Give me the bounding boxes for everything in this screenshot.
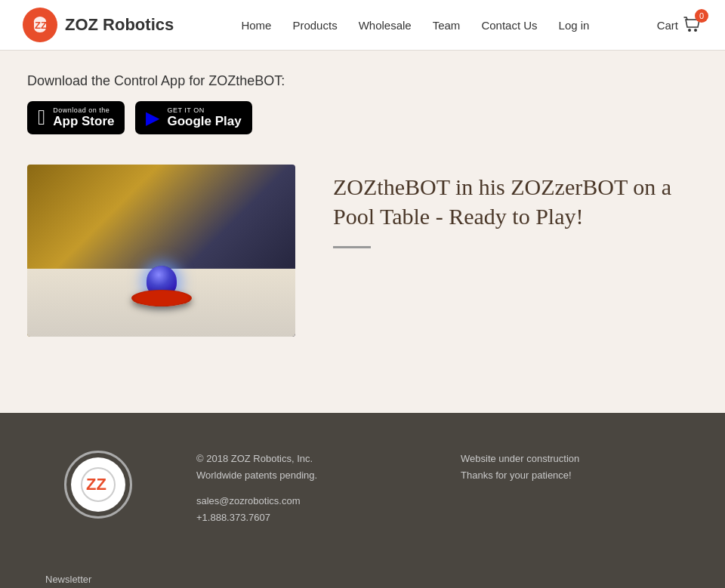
hero-divider <box>333 246 371 248</box>
logo-area[interactable]: ZZ ZOZ Robotics <box>23 8 174 42</box>
main-content: Download the Control App for ZOZtheBOT: … <box>0 51 725 413</box>
nav-team[interactable]: Team <box>433 19 461 32</box>
svg-text:ZZ: ZZ <box>86 475 106 494</box>
footer-thanks: Thanks for your patience! <box>461 467 680 484</box>
apple-icon:  <box>38 107 45 128</box>
logo-icon: ZZ <box>23 8 57 42</box>
footer-phone: +1.888.373.7607 <box>196 509 415 526</box>
footer-logo-icon: ZZ <box>79 466 117 503</box>
footer-logo-col: ZZ <box>45 451 151 519</box>
footer-email[interactable]: sales@zozrobotics.com <box>196 495 300 506</box>
store-badges:  Download on the App Store ▶ GET IT ON … <box>27 101 698 134</box>
footer-logo-circle: ZZ <box>64 451 132 519</box>
footer: ZZ © 2018 ZOZ Robotics, Inc. Worldwide p… <box>0 413 725 588</box>
google-play-text: GET IT ON Google Play <box>167 106 241 129</box>
hero-title: ZOZtheBOT in his ZOZzerBOT on a Pool Tab… <box>333 172 698 231</box>
app-store-text: Download on the App Store <box>53 106 114 129</box>
app-store-badge[interactable]:  Download on the App Store <box>27 101 125 134</box>
nav-wholesale[interactable]: Wholesale <box>359 19 412 32</box>
google-play-badge[interactable]: ▶ GET IT ON Google Play <box>135 101 251 134</box>
cart-icon-wrap: 0 <box>683 15 702 35</box>
footer-copyright: © 2018 ZOZ Robotics, Inc. <box>196 451 415 467</box>
cart-count: 0 <box>695 9 708 23</box>
footer-copyright-col: © 2018 ZOZ Robotics, Inc. Worldwide pate… <box>196 451 415 526</box>
hero-text: ZOZtheBOT in his ZOZzerBOT on a Pool Tab… <box>333 165 698 248</box>
nav-login[interactable]: Log in <box>559 19 590 32</box>
footer-patents: Worldwide patents pending. <box>196 467 415 484</box>
footer-status-col: Website under construction Thanks for yo… <box>461 451 680 484</box>
nav-products[interactable]: Products <box>292 19 337 32</box>
nav-contact[interactable]: Contact Us <box>481 19 537 32</box>
svg-point-1 <box>688 29 691 32</box>
hero-section: ZOZtheBOT in his ZOZzerBOT on a Pool Tab… <box>27 165 698 337</box>
robot-illustration <box>131 261 192 306</box>
hero-image <box>27 165 295 337</box>
nav-home[interactable]: Home <box>241 19 271 32</box>
footer-inner: ZZ © 2018 ZOZ Robotics, Inc. Worldwide p… <box>45 451 680 588</box>
svg-text:ZZ: ZZ <box>35 20 47 31</box>
cart-label: Cart <box>657 19 678 32</box>
download-label: Download the Control App for ZOZtheBOT: <box>27 73 698 89</box>
robot-base <box>131 290 192 306</box>
newsletter-title: Newsletter <box>45 571 680 588</box>
google-play-icon: ▶ <box>146 109 159 127</box>
cart-button[interactable]: Cart 0 <box>657 15 702 35</box>
footer-newsletter-col: Newsletter →  Download on the App Store <box>45 571 680 588</box>
footer-website-status: Website under construction <box>461 451 680 467</box>
site-title: ZOZ Robotics <box>65 15 174 35</box>
main-nav: Home Products Wholesale Team Contact Us … <box>241 19 589 32</box>
footer-logo-inner: ZZ <box>71 457 125 512</box>
svg-point-2 <box>694 29 697 32</box>
